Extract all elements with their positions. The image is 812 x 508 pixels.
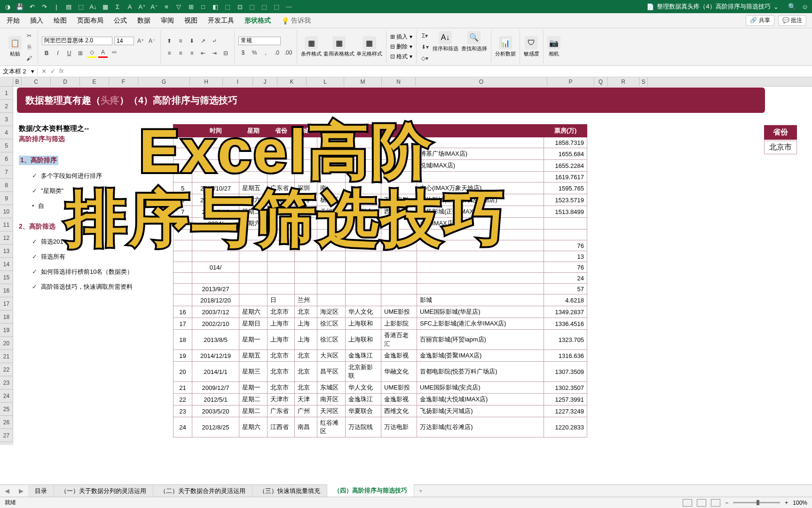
autosave-icon[interactable]: ◑	[4, 3, 11, 10]
qat-icon[interactable]: ▤	[65, 3, 72, 10]
table-cell[interactable]: 13	[544, 251, 587, 262]
table-row[interactable]: 2013/9/2757	[173, 284, 587, 294]
table-cell[interactable]: 华人文化	[346, 306, 381, 318]
table-cell[interactable]: 1513.8499	[544, 206, 587, 218]
column-header[interactable]: B	[13, 77, 22, 86]
table-cell[interactable]	[346, 160, 381, 172]
table-cell[interactable]	[295, 148, 317, 160]
table-cell[interactable]: 昌平区	[317, 362, 346, 382]
table-cell[interactable]	[295, 273, 317, 284]
column-header[interactable]: H	[190, 77, 223, 86]
qat-icon[interactable]: ⬚	[224, 3, 231, 10]
search-icon[interactable]: 🔍	[788, 3, 796, 10]
table-cell[interactable]: 上影影院	[381, 318, 417, 330]
row-header[interactable]: 27	[0, 429, 13, 442]
row-header[interactable]: 2	[0, 100, 13, 113]
qat-icon[interactable]: ⊡	[236, 3, 244, 10]
table-cell[interactable]	[268, 148, 295, 160]
row-header[interactable]: 22	[0, 363, 13, 376]
table-cell[interactable]: UME影投	[381, 382, 417, 394]
table-cell[interactable]: 22	[173, 394, 192, 405]
table-cell[interactable]	[295, 218, 317, 230]
table-cell[interactable]: 万达电影	[381, 194, 417, 206]
table-cell[interactable]: 2014/12/19	[192, 350, 239, 362]
table-cell[interactable]	[317, 251, 346, 262]
column-header[interactable]: N	[382, 77, 416, 86]
comments-button[interactable]: 💬 批注	[778, 15, 806, 26]
bold-button[interactable]: B	[42, 48, 51, 58]
format-cells-button[interactable]: ⊡ 格式 ▾	[390, 53, 412, 61]
table-cell[interactable]: 金源IMAX店)	[417, 218, 544, 230]
table-cell[interactable]	[268, 262, 295, 273]
table-cell[interactable]: 1655.2284	[544, 160, 587, 172]
autosum-icon[interactable]: Σ▾	[420, 31, 430, 40]
table-cell[interactable]: 北京市	[268, 382, 295, 394]
redo-icon[interactable]: ↷	[40, 3, 48, 10]
table-cell[interactable]: 金逸影视	[381, 394, 417, 405]
orientation-icon[interactable]: ↗	[198, 36, 208, 46]
qat-icon[interactable]: ▽	[175, 3, 182, 10]
table-cell[interactable]: 星期日	[239, 318, 268, 330]
tab-draw[interactable]: 绘图	[53, 15, 68, 27]
align-left-icon[interactable]: ≡	[165, 48, 174, 58]
table-cell[interactable]: 广东省	[268, 405, 295, 417]
table-cell[interactable]: 兰州	[295, 294, 317, 306]
qat-icon[interactable]: ⬚	[77, 3, 85, 10]
table-cell[interactable]	[268, 230, 295, 240]
table-cell[interactable]	[173, 218, 192, 230]
table-cell[interactable]: 1595.765	[544, 183, 587, 194]
table-row[interactable]: 192014/12/19星期五北京市北京大兴区金逸珠江金逸影视金逸影城(荟聚IM…	[173, 350, 587, 362]
table-cell[interactable]: 2018/12/20	[192, 294, 239, 306]
table-cell[interactable]: 2012/5/1	[192, 394, 239, 405]
table-cell[interactable]: 江西省	[268, 417, 295, 437]
table-row[interactable]: 52017/10/27星期五广东省深圳南中心(IMAX万象天地店)1595.76…	[173, 183, 587, 194]
name-box[interactable]: 文本框 2▾	[0, 67, 38, 76]
qat-icon[interactable]: A⁻	[150, 3, 158, 10]
column-header[interactable]: P	[547, 77, 594, 86]
table-cell[interactable]	[346, 240, 381, 251]
table-cell[interactable]	[381, 148, 417, 160]
table-cell[interactable]: 星期一	[239, 382, 268, 394]
table-cell[interactable]: 星期六	[239, 417, 268, 437]
row-header[interactable]: 25	[0, 403, 13, 416]
column-header[interactable]: O	[416, 77, 547, 86]
table-row[interactable]: 72006/5/16星期二广东省广州天河区华夏联合西维文化飞扬影城(正佳IMAX…	[173, 206, 587, 218]
table-cell[interactable]	[239, 251, 268, 262]
filter-table[interactable]: 省份 北京市	[763, 124, 798, 155]
table-cell[interactable]: 星期五	[239, 350, 268, 362]
table-cell[interactable]: 星期二	[239, 206, 268, 218]
table-cell[interactable]	[239, 160, 268, 172]
table-cell[interactable]: 1523.5719	[544, 194, 587, 206]
table-cell[interactable]: 星期一	[239, 330, 268, 350]
table-cell[interactable]: 北	[268, 218, 295, 230]
wrap-text-icon[interactable]: ⤶	[210, 36, 219, 46]
qat-icon[interactable]: ⬚	[248, 3, 256, 10]
table-cell[interactable]	[192, 230, 239, 240]
comma-icon[interactable]: ,	[261, 48, 270, 57]
save-icon[interactable]: 💾	[16, 3, 24, 10]
tab-formula[interactable]: 公式	[113, 15, 128, 27]
table-cell[interactable]: 广州	[295, 405, 317, 417]
table-cell[interactable]: 76	[544, 240, 587, 251]
conditional-format-button[interactable]: ▦条件格式	[301, 36, 322, 57]
table-cell[interactable]	[346, 148, 381, 160]
table-cell[interactable]	[192, 240, 239, 251]
clear-icon[interactable]: ◇▾	[420, 54, 430, 63]
table-cell[interactable]	[317, 137, 346, 148]
table-cell[interactable]: 4.6218	[544, 294, 587, 306]
table-cell[interactable]: 17	[173, 318, 192, 330]
table-cell[interactable]: UME国际影城(安贞店)	[417, 382, 544, 394]
increase-font-icon[interactable]: A⁺	[136, 36, 145, 46]
paste-button[interactable]: 📋粘贴	[8, 36, 22, 57]
table-cell[interactable]: 上海	[295, 318, 317, 330]
align-right-icon[interactable]: ≡	[187, 48, 197, 58]
table-cell[interactable]: 南	[317, 183, 346, 194]
table-cell[interactable]: 1302.3507	[544, 382, 587, 394]
row-header[interactable]: 4	[0, 126, 13, 139]
table-cell[interactable]	[239, 230, 268, 240]
table-cell[interactable]: 24	[544, 273, 587, 284]
qat-icon[interactable]: ⬚	[260, 3, 268, 10]
format-painter-icon[interactable]: 🖌	[24, 54, 34, 63]
page-break-view-icon[interactable]	[711, 499, 720, 507]
table-cell[interactable]: 6	[173, 194, 192, 206]
